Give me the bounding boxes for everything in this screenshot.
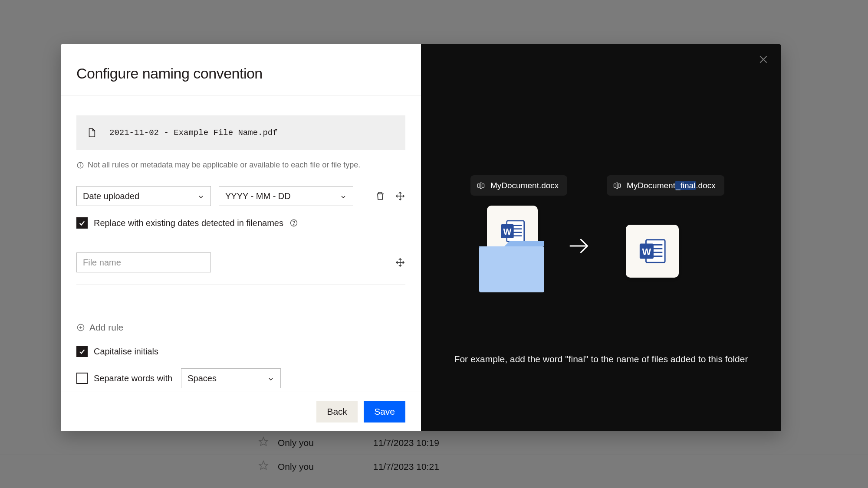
- separate-words-label: Separate words with: [94, 373, 172, 383]
- separator-selected-label: Spaces: [187, 373, 217, 383]
- preview-after-filename: MyDocument_final.docx: [627, 181, 716, 190]
- separator-select[interactable]: Spaces: [181, 368, 281, 388]
- filename-input[interactable]: [76, 252, 211, 272]
- word-doc-icon: W: [626, 225, 679, 278]
- svg-text:W: W: [503, 227, 511, 236]
- help-icon[interactable]: [289, 219, 298, 227]
- date-format-select[interactable]: YYYY - MM - DD: [219, 186, 353, 206]
- preview-before-filename: MyDocument.docx: [490, 181, 559, 190]
- info-note: Not all rules or metadata may be applica…: [76, 160, 405, 170]
- capitalise-row: Capitalise initials: [76, 346, 405, 357]
- svg-text:W: W: [642, 246, 651, 257]
- back-button[interactable]: Back: [316, 401, 358, 422]
- replace-dates-label: Replace with existing dates detected in …: [94, 218, 283, 228]
- preview-after-pill: MyDocument_final.docx: [607, 175, 724, 196]
- svg-point-4: [80, 164, 80, 164]
- svg-rect-29: [479, 246, 544, 292]
- arrow-right-icon: [567, 234, 590, 258]
- filename-preview-text: 2021-11-02 - Example File Name.pdf: [109, 128, 278, 138]
- save-button[interactable]: Save: [364, 401, 405, 422]
- modal-preview-pane: MyDocument.docx MyDocument_final.docx W: [421, 44, 781, 431]
- chevron-down-icon: [267, 375, 274, 382]
- preview-before-pill: MyDocument.docx: [470, 175, 567, 196]
- rule-field-selected-label: Date uploaded: [83, 191, 139, 201]
- capitalise-checkbox[interactable]: [76, 346, 88, 357]
- svg-rect-18: [618, 183, 621, 187]
- drag-handle-icon[interactable]: [395, 257, 405, 268]
- plus-circle-icon: [76, 323, 85, 332]
- rename-icon: [477, 181, 485, 190]
- info-icon: [76, 161, 84, 169]
- rule-row-date: Date uploaded YYYY - MM - DD: [76, 186, 405, 206]
- folder-icon: [477, 239, 546, 294]
- file-icon: [87, 127, 96, 138]
- capitalise-label: Capitalise initials: [94, 347, 158, 357]
- rule-row-filename: [76, 252, 405, 272]
- svg-rect-17: [614, 183, 616, 187]
- svg-rect-12: [478, 183, 480, 187]
- rule-field-select[interactable]: Date uploaded: [76, 186, 211, 206]
- delete-rule-button[interactable]: [375, 191, 385, 201]
- add-rule-button[interactable]: Add rule: [76, 322, 405, 333]
- preview-folder-graphic: W: [477, 206, 547, 292]
- date-format-selected-label: YYYY - MM - DD: [225, 191, 291, 201]
- modal-footer: Back Save: [61, 392, 421, 431]
- preview-caption: For example, add the word "final" to the…: [421, 354, 781, 364]
- info-note-text: Not all rules or metadata may be applica…: [88, 160, 360, 170]
- rename-icon: [613, 181, 621, 190]
- replace-dates-row: Replace with existing dates detected in …: [76, 217, 405, 229]
- close-button[interactable]: [758, 54, 769, 65]
- separate-words-checkbox[interactable]: [76, 373, 88, 384]
- separate-words-row: Separate words with Spaces: [76, 368, 405, 388]
- replace-dates-checkbox[interactable]: [76, 217, 88, 229]
- naming-convention-modal: Configure naming convention 2021-11-02 -…: [61, 44, 781, 431]
- add-rule-label: Add rule: [89, 322, 123, 333]
- svg-point-6: [293, 225, 294, 225]
- chevron-down-icon: [197, 193, 204, 200]
- modal-left-pane: Configure naming convention 2021-11-02 -…: [61, 44, 421, 431]
- modal-title: Configure naming convention: [61, 44, 421, 95]
- filename-preview-box: 2021-11-02 - Example File Name.pdf: [76, 115, 405, 150]
- drag-handle-icon[interactable]: [395, 191, 405, 201]
- svg-rect-13: [482, 183, 484, 187]
- chevron-down-icon: [340, 193, 347, 200]
